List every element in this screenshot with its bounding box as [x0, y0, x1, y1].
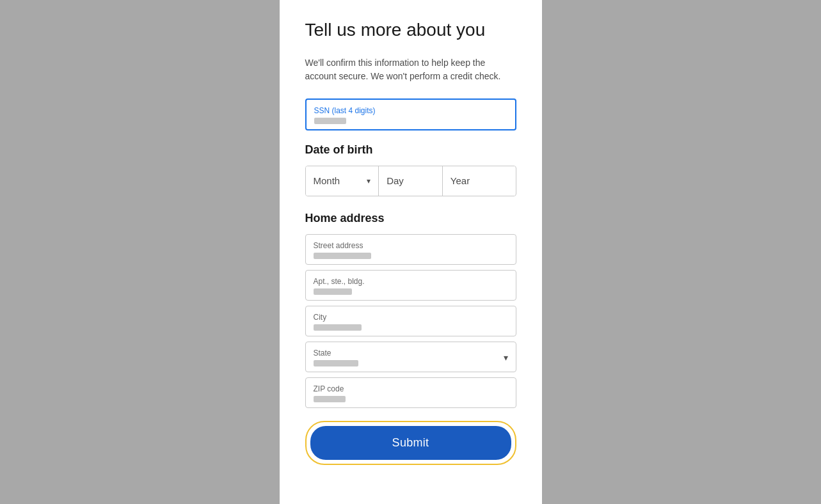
dob-month-text: Month [314, 175, 340, 186]
city-label: City [314, 313, 508, 322]
dob-month-select[interactable]: Month ▾ [306, 166, 379, 196]
street-address-mask [314, 253, 371, 259]
submit-wrapper: Submit [305, 421, 516, 465]
zip-field[interactable]: ZIP code [305, 377, 516, 408]
city-mask [314, 324, 362, 331]
apt-label: Apt., ste., bldg. [314, 277, 508, 286]
dob-month-chevron-icon: ▾ [367, 177, 371, 185]
ssn-label: SSN (last 4 digits) [314, 106, 507, 115]
city-field[interactable]: City [305, 306, 516, 336]
dob-year-input[interactable]: Year [443, 166, 516, 196]
apt-field[interactable]: Apt., ste., bldg. [305, 270, 516, 301]
dob-section-label: Date of birth [305, 143, 516, 157]
state-field-inner: State [314, 349, 504, 366]
apt-mask [314, 288, 352, 295]
zip-mask [314, 396, 346, 402]
ssn-input-group: SSN (last 4 digits) [305, 98, 516, 130]
dob-year-placeholder: Year [450, 175, 470, 186]
dob-section: Date of birth [305, 143, 516, 157]
zip-label: ZIP code [314, 384, 508, 393]
dob-day-placeholder: Day [387, 175, 404, 186]
street-address-field[interactable]: Street address [305, 234, 516, 265]
state-chevron-icon: ▾ [504, 352, 508, 363]
dob-day-input[interactable]: Day [379, 166, 443, 196]
dob-container: Month ▾ Day Year [305, 166, 516, 196]
page-container: Tell us more about you We'll confirm thi… [0, 0, 821, 504]
submit-button[interactable]: Submit [310, 426, 511, 460]
address-section: Home address Street address Apt., ste., … [305, 212, 516, 408]
state-mask [314, 360, 358, 366]
street-address-label: Street address [314, 241, 508, 250]
state-field[interactable]: State ▾ [305, 342, 516, 372]
form-card: Tell us more about you We'll confirm thi… [280, 0, 542, 504]
ssn-value-mask [314, 118, 346, 124]
page-title: Tell us more about you [305, 19, 516, 41]
ssn-field[interactable]: SSN (last 4 digits) [305, 98, 516, 130]
state-label: State [314, 349, 504, 358]
address-section-label: Home address [305, 212, 516, 225]
subtitle: We'll confirm this information to help k… [305, 56, 516, 83]
